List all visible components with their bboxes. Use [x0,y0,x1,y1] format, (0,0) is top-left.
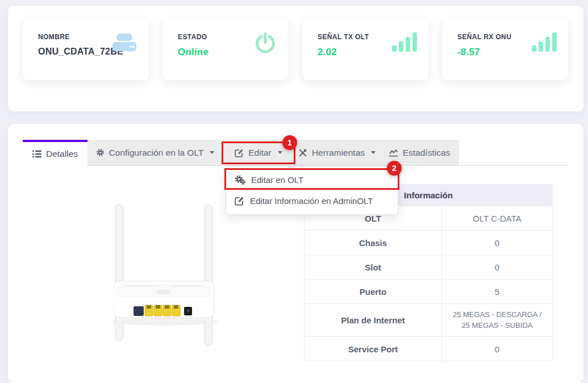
editar-dropdown-menu: Editar en OLT 2 Editar Información en Ad… [226,166,398,215]
onu-status-value: Online [178,47,208,58]
onu-name-value: ONU_CDATA_72BE [38,47,123,57]
menu-item-label: Editar en OLT [251,175,303,185]
table-row-plan-internet: Plan de Internet 25 MEGAS - DESCARGA / 2… [305,303,552,336]
menu-item-label: Editar Información en AdminOLT [250,196,373,206]
stats-panel: NOMBRE ONU_CDATA_72BE ESTADO Online [8,6,583,111]
signal-bars-icon [532,31,557,52]
chevron-down-icon [210,151,214,154]
edit-icon [235,148,244,157]
cogs-icon [235,175,245,185]
onu-product-image [114,205,218,348]
gear-icon [96,148,105,157]
rx-signal-value: -8.57 [457,47,480,58]
table-row-slot: Slot 0 [305,255,552,279]
chevron-down-icon [371,151,376,154]
table-row-chasis: Chasis 0 [305,230,552,255]
signal-bars-icon [392,31,417,52]
tools-icon [298,148,307,157]
tab-label: Estadísticas [403,148,451,158]
tx-signal-value: 2.02 [318,47,337,58]
tab-label: Editar [248,148,272,158]
table-row-puerto: Puerto 5 [305,279,552,303]
stat-card-senal-rx: SEÑAL RX ONU -8.57 [442,19,568,80]
stat-label: SEÑAL RX ONU [457,33,511,41]
tab-label: Configuración en la OLT [109,148,204,158]
list-icon [32,150,41,158]
tabbar: Detalles Configuración en la OLT [23,140,459,166]
stat-card-estado: ESTADO Online [162,19,289,80]
tab-configuracion-olt[interactable]: Configuración en la OLT [87,140,223,165]
chevron-down-icon [278,151,282,154]
tab-label: Herramientas [312,148,365,158]
stat-card-senal-tx: SEÑAL TX OLT 2.02 [302,19,428,80]
tab-editar[interactable]: Editar 1 [223,140,294,165]
tab-detalles[interactable]: Detalles [23,140,87,166]
power-icon [253,31,277,55]
stat-label: SEÑAL TX OLT [318,33,369,41]
stat-label: ESTADO [178,33,207,41]
table-row-service-port: Service Port 0 [305,336,552,361]
tab-label: Detalles [46,149,78,159]
stat-label: NOMBRE [38,33,70,41]
tab-herramientas[interactable]: Herramientas [294,140,380,165]
menu-item-editar-en-olt[interactable]: Editar en OLT 2 [226,169,398,190]
router-box-icon [111,31,137,53]
menu-item-editar-info-adminolt[interactable]: Editar Información en AdminOLT [226,190,398,211]
tab-estadisticas[interactable]: Estadísticas [380,140,459,165]
onu-detail-screen: NOMBRE ONU_CDATA_72BE ESTADO Online [0,0,588,383]
edit-icon [235,196,244,206]
chart-line-icon [389,148,398,157]
stat-card-nombre: NOMBRE ONU_CDATA_72BE [23,19,149,80]
detail-panel: Detalles Configuración en la OLT [8,124,583,383]
